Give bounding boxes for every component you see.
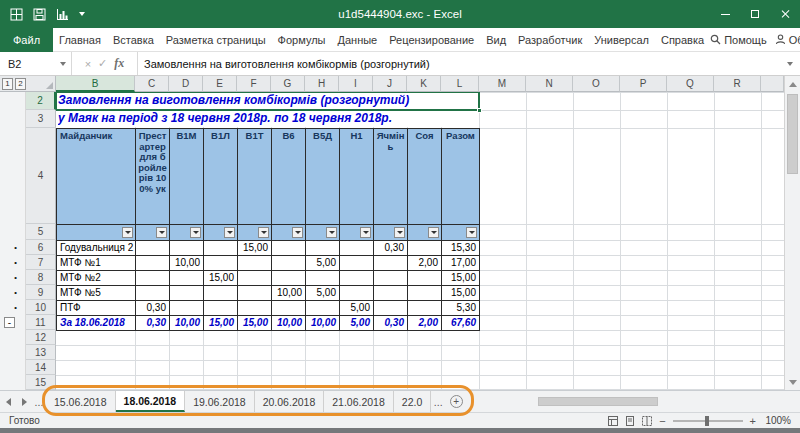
cell-C8[interactable] (135, 270, 170, 286)
cell-G7[interactable] (271, 255, 306, 271)
cell-G10[interactable] (271, 300, 306, 316)
sheet-tab-15-06-2018[interactable]: 15.06.2018 (46, 391, 116, 412)
cell-L7[interactable]: 17,00 (441, 255, 480, 271)
cell-G6[interactable] (271, 240, 306, 256)
table-header-C[interactable]: Престартер для бройлерів 100% ук (135, 128, 170, 225)
share-button[interactable]: Общий доступ (775, 34, 800, 46)
column-header-G[interactable]: G (271, 76, 305, 92)
ribbon-tab-view[interactable]: Вид (480, 28, 512, 52)
column-header-M[interactable]: M (479, 76, 526, 92)
cell-E10[interactable] (203, 300, 238, 316)
spreadsheet-grid[interactable]: Замовлення на виготовлення комбікормів (… (0, 76, 784, 390)
cell-B11[interactable]: За 18.06.2018 (56, 315, 136, 331)
filter-cell-I[interactable] (339, 224, 374, 241)
save-icon[interactable] (33, 8, 46, 21)
filter-cell-F[interactable] (237, 224, 272, 241)
column-header-I[interactable]: I (339, 76, 373, 92)
cell-J9[interactable] (373, 285, 408, 301)
ribbon-tab-review[interactable]: Рецензирование (383, 28, 480, 52)
table-header-L[interactable]: Разом (441, 128, 480, 225)
sheet-tab-20-06-2018[interactable]: 20.06.2018 (255, 391, 325, 412)
cell-H11[interactable]: 10,00 (305, 315, 340, 331)
column-header-B[interactable]: B (56, 76, 135, 92)
filter-button-I[interactable] (360, 227, 371, 238)
zoom-out-button[interactable]: − (659, 415, 665, 427)
ribbon-tab-insert[interactable]: Вставка (107, 28, 160, 52)
table-header-E[interactable]: В1Л (203, 128, 238, 225)
ribbon-tab-home[interactable]: Главная (53, 28, 107, 52)
table-header-G[interactable]: В6 (271, 128, 306, 225)
cell-G11[interactable]: 10,00 (271, 315, 306, 331)
row-header-5[interactable]: 5 (26, 224, 56, 240)
filter-button-B[interactable] (122, 227, 133, 238)
cell-C11[interactable]: 0,30 (135, 315, 170, 331)
cell-B10[interactable]: ПТФ (56, 300, 136, 316)
cell-K11[interactable]: 2,00 (407, 315, 442, 331)
qat-customize-icon[interactable] (79, 12, 85, 16)
cell-J6[interactable]: 0,30 (373, 240, 408, 256)
cell-B9[interactable]: МТФ №5 (56, 285, 136, 301)
tab-overflow-right[interactable]: ... (431, 391, 445, 412)
filter-cell-G[interactable] (271, 224, 306, 241)
cell-I9[interactable] (339, 285, 374, 301)
column-header-P[interactable]: P (620, 76, 667, 92)
cell-G9[interactable]: 10,00 (271, 285, 306, 301)
cell-H6[interactable] (305, 240, 340, 256)
vertical-scrollbar-thumb[interactable] (787, 94, 798, 174)
cell-G8[interactable] (271, 270, 306, 286)
row-header-13[interactable]: 13 (26, 345, 56, 360)
filter-button-E[interactable] (224, 227, 235, 238)
cell-F7[interactable] (237, 255, 272, 271)
zoom-slider-thumb[interactable] (705, 416, 709, 426)
column-header-E[interactable]: E (203, 76, 237, 92)
column-header-J[interactable]: J (373, 76, 407, 92)
sheet-tab-22-06-2018[interactable]: 22.0 (394, 391, 431, 412)
column-header-Q[interactable]: Q (667, 76, 714, 92)
zoom-slider[interactable] (673, 420, 743, 422)
insert-function-button[interactable]: fx (114, 56, 124, 71)
cell-K9[interactable] (407, 285, 442, 301)
outline-collapse-button[interactable]: - (4, 317, 15, 328)
ribbon-tab-data[interactable]: Данные (331, 28, 383, 52)
cell-D11[interactable]: 10,00 (169, 315, 204, 331)
cell-I7[interactable] (339, 255, 374, 271)
zoom-level[interactable]: 100% (763, 415, 791, 426)
cell-L11[interactable]: 67,60 (441, 315, 480, 331)
sheet-tab-18-06-2018[interactable]: 18.06.2018 (116, 391, 186, 412)
name-box[interactable]: B2 (0, 52, 72, 75)
cell-B6[interactable]: Годувальниця 2 (56, 240, 136, 256)
cell-D8[interactable] (169, 270, 204, 286)
ribbon-tab-developer[interactable]: Разработчик (512, 28, 588, 52)
row-header-9[interactable]: 9 (26, 285, 56, 300)
restore-button[interactable] (740, 0, 770, 28)
cell-I8[interactable] (339, 270, 374, 286)
formula-bar-expand[interactable] (780, 62, 800, 66)
column-header-H[interactable]: H (305, 76, 339, 92)
row-header-14[interactable]: 14 (26, 360, 56, 375)
cell-E7[interactable] (203, 255, 238, 271)
cell-L8[interactable]: 15,00 (441, 270, 480, 286)
ribbon-tab-page-layout[interactable]: Разметка страницы (160, 28, 272, 52)
row-header-7[interactable]: 7 (26, 255, 56, 270)
row-header-8[interactable]: 8 (26, 270, 56, 285)
filter-cell-B[interactable] (56, 224, 136, 241)
filter-button-D[interactable] (190, 227, 201, 238)
ribbon-tab-universal[interactable]: Универсал (588, 28, 655, 52)
cell-K6[interactable] (407, 240, 442, 256)
normal-view-icon[interactable] (608, 416, 618, 426)
filter-cell-E[interactable] (203, 224, 238, 241)
chart-icon[interactable] (56, 8, 69, 21)
outline-level-button-1[interactable]: 1 (2, 78, 13, 90)
filter-button-J[interactable] (394, 227, 405, 238)
cell-L9[interactable]: 15,00 (441, 285, 480, 301)
filter-cell-C[interactable] (135, 224, 170, 241)
row-header-4[interactable]: 4 (26, 128, 56, 224)
formula-input[interactable]: Замовлення на виготовлення комбікормів (… (138, 58, 780, 70)
filter-cell-K[interactable] (407, 224, 442, 241)
column-header-L[interactable]: L (441, 76, 479, 92)
cancel-entry-button[interactable]: × (85, 58, 91, 70)
cell-F8[interactable] (237, 270, 272, 286)
cell-L6[interactable]: 15,30 (441, 240, 480, 256)
table-header-H[interactable]: В5Д (305, 128, 340, 225)
tab-scroll-left-button[interactable] (0, 391, 16, 412)
